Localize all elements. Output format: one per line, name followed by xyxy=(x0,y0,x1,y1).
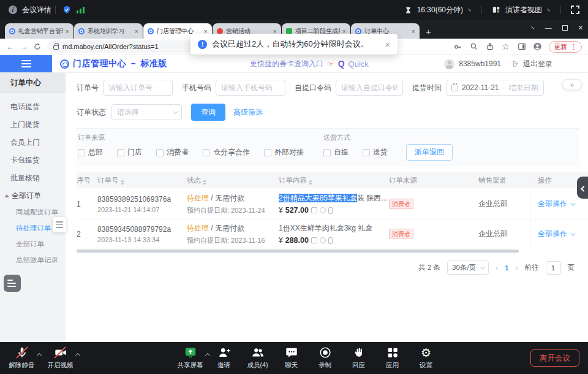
profile-avatar-icon[interactable] xyxy=(533,42,542,52)
new-tab-button[interactable]: + xyxy=(426,27,431,36)
tab-search-icon[interactable] xyxy=(531,24,536,29)
checkbox-self-pickup[interactable]: 自提 xyxy=(323,147,349,158)
network-signal-icon[interactable] xyxy=(77,6,85,13)
fullscreen-button[interactable] xyxy=(571,6,579,14)
leave-meeting-button[interactable]: 离开会议 xyxy=(530,349,579,367)
checkbox-icon[interactable] xyxy=(264,149,271,156)
user-avatar[interactable] xyxy=(444,59,454,69)
date-range-picker[interactable]: 2022-11-21 - 结束日期 xyxy=(446,80,544,96)
current-page[interactable]: 1 xyxy=(505,264,508,272)
checkbox-icon[interactable] xyxy=(78,149,85,156)
meeting-panel-handle[interactable] xyxy=(577,177,588,199)
sidebar-item-phone-pickup[interactable]: 电话提货 xyxy=(0,98,66,116)
sidebar-subitem-all-orders[interactable]: 全部订单 xyxy=(0,236,66,252)
side-panel-icon[interactable] xyxy=(517,42,526,52)
password-key-icon[interactable] xyxy=(453,42,462,52)
all-actions-dropdown[interactable]: 全部操作 xyxy=(538,199,574,209)
sidebar-item-card-pickup[interactable]: 卡包提货 xyxy=(0,151,66,169)
toast-close-icon[interactable]: × xyxy=(385,39,390,50)
browser-tab[interactable]: 系统培训学习× xyxy=(74,23,143,39)
tab-close-icon[interactable]: × xyxy=(412,28,415,35)
checkbox-icon[interactable] xyxy=(203,149,210,156)
invite-button[interactable]: 邀请 xyxy=(207,345,241,370)
scrollbar-thumb[interactable] xyxy=(77,250,519,253)
apps-button[interactable]: 应用 xyxy=(375,345,409,370)
phone-input[interactable] xyxy=(216,80,285,96)
browser-tab[interactable]: 礼盒营销平台管理中心× xyxy=(5,23,74,39)
logout-link[interactable]: 退出登录 xyxy=(523,59,552,69)
share-icon[interactable] xyxy=(485,42,494,52)
badge-icon[interactable] xyxy=(320,207,326,213)
meeting-details[interactable]: i 会议详情 xyxy=(9,5,51,15)
checkbox-icon[interactable] xyxy=(323,149,331,156)
mobile-icon[interactable] xyxy=(328,237,333,244)
logout-icon[interactable] xyxy=(511,60,519,67)
sidebar-item-member-visit[interactable]: 会员上门 xyxy=(0,134,66,151)
sidebar-toggle-button[interactable] xyxy=(0,55,52,72)
pickup-code-input[interactable] xyxy=(336,80,403,96)
quick-logo[interactable]: Q xyxy=(338,59,345,69)
start-video-button[interactable]: 开启视频 xyxy=(43,345,77,370)
share-screen-button[interactable]: 共享屏幕 xyxy=(173,345,207,370)
dispatch-return-button[interactable]: 派单退回 xyxy=(406,144,453,161)
meeting-timer[interactable]: 16:30(60分钟) xyxy=(404,5,472,15)
table-row[interactable]: 1 83859389251069376a 2023-11-21 14:14:07… xyxy=(77,188,588,220)
zoom-icon[interactable] xyxy=(469,42,478,52)
next-page-button[interactable]: › xyxy=(516,264,518,272)
print-icon[interactable] xyxy=(311,237,317,243)
tab-close-icon[interactable]: × xyxy=(135,28,138,35)
checkbox-external[interactable]: 外部对接 xyxy=(264,147,304,158)
checkbox-consumer[interactable]: 消费者 xyxy=(156,147,189,158)
window-minimize-button[interactable]: — xyxy=(545,24,552,31)
chevron-up-icon[interactable] xyxy=(37,353,42,358)
expand-filters-button[interactable]: » xyxy=(562,79,582,90)
checkbox-store[interactable]: 门店 xyxy=(117,147,142,158)
print-icon[interactable] xyxy=(311,207,317,213)
bookmark-star-icon[interactable]: ☆ xyxy=(501,42,510,52)
checkbox-icon[interactable] xyxy=(156,149,164,156)
forward-icon[interactable]: → xyxy=(20,42,28,52)
settings-button[interactable]: ⚙ 设置 xyxy=(409,345,443,370)
floating-list-widget[interactable] xyxy=(4,275,21,292)
sort-icon[interactable] xyxy=(203,180,206,185)
tab-close-icon[interactable]: × xyxy=(66,28,69,35)
record-button[interactable]: 录制 xyxy=(308,345,342,370)
security-shield[interactable] xyxy=(62,5,72,15)
horizontal-scrollbar[interactable] xyxy=(77,250,588,253)
sidebar-item-store-pickup[interactable]: 上门提货 xyxy=(0,116,66,134)
sidebar-item-batch-verify[interactable]: 批量核销 xyxy=(0,169,66,187)
sidebar-drag-handle[interactable] xyxy=(53,217,66,232)
view-mode-switch[interactable]: 演讲者视图 xyxy=(492,5,551,15)
window-maximize-button[interactable] xyxy=(562,25,568,31)
search-button[interactable]: 查询 xyxy=(191,104,225,121)
goto-page-input[interactable]: 1 xyxy=(546,261,561,275)
kebab-menu-icon[interactable]: ⋮ xyxy=(570,43,577,51)
sidebar-subitem-hq-dispatch-log[interactable]: 总部派单记录 xyxy=(0,252,66,268)
sort-icon[interactable] xyxy=(309,180,312,185)
order-no-input[interactable] xyxy=(103,80,173,96)
chat-button[interactable]: 聊天 xyxy=(274,345,308,370)
checkbox-icon[interactable] xyxy=(117,149,124,156)
sidebar-group-all-orders[interactable]: 全部订单 xyxy=(0,187,66,204)
members-button[interactable]: 成员(4) xyxy=(241,345,274,370)
table-row[interactable]: 2 83859345088979792a 2023-11-13 14:33:34… xyxy=(77,220,588,248)
back-icon[interactable]: ← xyxy=(6,42,14,52)
sort-icon[interactable] xyxy=(121,180,124,185)
chrome-update-button[interactable]: 更新 ⋮ xyxy=(549,41,582,53)
all-actions-dropdown[interactable]: 全部操作 xyxy=(538,229,574,239)
advanced-filter-link[interactable]: 高级筛选 xyxy=(233,107,263,118)
checkbox-hq[interactable]: 总部 xyxy=(78,147,103,158)
prev-page-button[interactable]: ‹ xyxy=(496,264,498,272)
reactions-button[interactable]: 回应 xyxy=(342,345,375,370)
order-status-select[interactable]: 请选择 xyxy=(111,104,182,120)
quick-label[interactable]: Quick xyxy=(349,59,369,69)
window-close-button[interactable]: × xyxy=(578,23,583,32)
page-size-select[interactable]: 30条/页 xyxy=(447,261,489,275)
unmute-button[interactable]: 解除静音 xyxy=(5,345,39,370)
badge-icon[interactable] xyxy=(320,237,326,243)
checkbox-warehouse-share[interactable]: 仓分享合作 xyxy=(203,147,250,158)
checkbox-delivery[interactable]: 送货 xyxy=(363,147,388,158)
checkbox-icon[interactable] xyxy=(363,149,370,156)
reload-icon[interactable] xyxy=(33,42,42,51)
quick-card-entry-link[interactable]: 更快捷的券卡查询入口 xyxy=(250,59,323,69)
